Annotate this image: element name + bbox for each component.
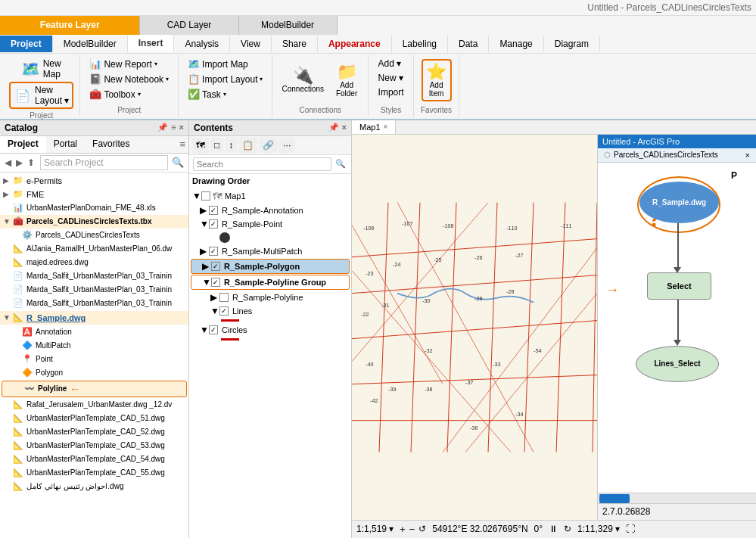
list-item[interactable]: ▶ ⚙️ Parcels_CADLinesCirclesTexts xyxy=(0,229,188,242)
contents-close-button[interactable]: × xyxy=(342,123,347,132)
catalog-close-button[interactable]: × xyxy=(179,123,184,132)
map1-checkbox[interactable] xyxy=(201,191,210,201)
tab-labeling[interactable]: Labeling xyxy=(392,36,448,52)
map-zoom-out-icon[interactable]: − xyxy=(409,524,415,535)
contents-pin-button[interactable]: 📌 xyxy=(328,123,339,132)
mb-tab-close[interactable]: × xyxy=(745,151,750,160)
tab-manage[interactable]: Manage xyxy=(489,36,543,52)
catalog-tab-project[interactable]: Project xyxy=(0,136,46,153)
tab-appearance[interactable]: Appearance xyxy=(318,36,392,52)
pause-icon[interactable]: ⏸ xyxy=(549,524,558,534)
list-item[interactable]: ▼ ✓ R_Sample-Point xyxy=(189,217,351,231)
list-item[interactable]: ▶ 📄 Marda_Salfit_UrbanMasterPlan_03_Trai… xyxy=(0,297,188,310)
map-pause-button[interactable]: ⏸ xyxy=(549,524,558,534)
multipatch-checkbox[interactable]: ✓ xyxy=(209,247,218,256)
list-item[interactable]: ▶ 📁 FME xyxy=(0,188,188,201)
list-item[interactable]: ▶ 📐 UrbanMasterPlanTemplate_CAD_55.dwg xyxy=(0,466,188,480)
list-item[interactable]: ▶ 📐 UrbanMasterPlanTemplate_CAD_51.dwg xyxy=(0,412,188,425)
map-tab-map1[interactable]: Map1 × xyxy=(352,120,396,134)
modelbuilder-context-tab[interactable]: ModelBuilder xyxy=(238,16,337,36)
catalog-back-button[interactable]: ◀ xyxy=(2,157,14,169)
new-style-button[interactable]: New ▾ xyxy=(375,71,407,85)
tab-modelbuilder[interactable]: ModelBuilder xyxy=(53,36,128,52)
cad-layer-tab[interactable]: CAD Layer xyxy=(139,16,238,36)
add-item-button[interactable]: ⭐ AddItem xyxy=(422,59,452,101)
list-by-source-button[interactable]: 📋 xyxy=(238,138,257,153)
catalog-pin-button[interactable]: 📌 xyxy=(157,123,168,132)
more-options-button[interactable]: ··· xyxy=(279,138,294,153)
contents-search-input[interactable] xyxy=(193,157,331,171)
map-refresh-button[interactable]: ↻ xyxy=(564,524,571,534)
list-item[interactable]: ▶ ✓ R_Sample-Annotation xyxy=(189,204,351,217)
map-canvas[interactable]: -106 -107 -108 -110 -111 -23 -24 -25 -26… xyxy=(352,135,597,520)
import-layout-button[interactable]: 📋 Import Layout ▾ xyxy=(185,72,266,86)
filter-by-map-button[interactable]: 🗺 xyxy=(192,138,209,153)
new-report-button[interactable]: 📊 New Report ▾ xyxy=(86,57,172,71)
list-item[interactable]: ▶ 〰️ Polyline ← xyxy=(2,381,187,397)
map-rotate-icon[interactable]: ↺ xyxy=(418,524,426,534)
list-item[interactable]: ▶ 📄 Marda_Salfit_UrbanMasterPlan_03_Trai… xyxy=(0,269,188,283)
catalog-forward-button[interactable]: ▶ xyxy=(14,157,25,169)
tab-project[interactable]: Project xyxy=(0,36,53,52)
polygon-checkbox[interactable]: ✓ xyxy=(211,262,220,271)
list-item[interactable]: ▶ 📐 UrbanMasterPlanTemplate_CAD_54.dwg xyxy=(0,452,188,466)
list-item[interactable]: ▶ 📍 Point xyxy=(0,353,188,366)
list-item[interactable]: ▶ 🅰️ Annotation xyxy=(0,325,188,339)
map-zoom-extent-button[interactable]: ⛶ xyxy=(626,524,635,534)
list-item[interactable]: ▶ 📐 UrbanMasterPlanTemplate_CAD_53.dwg xyxy=(0,439,188,452)
mb-tab[interactable]: ⬡ Parcels_CADLinesCirclesTexts × xyxy=(598,148,756,163)
catalog-list-icon[interactable]: ≡ xyxy=(179,138,185,150)
new-layout-button[interactable]: 📄 NewLayout ▾ xyxy=(9,82,73,109)
list-item[interactable]: ▶ 📁 e-Permits xyxy=(0,174,188,188)
map-nav-controls[interactable]: + − ↺ xyxy=(400,524,426,535)
refresh-icon[interactable]: ↻ xyxy=(564,524,571,534)
list-item[interactable]: ▶ R_Sample-Polyline xyxy=(189,291,351,304)
drawing-order-button[interactable]: ↕ xyxy=(225,138,237,153)
task-button[interactable]: ✅ Task ▾ xyxy=(185,87,266,101)
tab-data[interactable]: Data xyxy=(448,36,489,52)
list-item[interactable]: ▶ 📐 majed.edrees.dwg xyxy=(0,256,188,269)
connections-button[interactable]: 🔌 Connections xyxy=(278,65,327,95)
list-item[interactable] xyxy=(189,231,351,244)
filter-by-selection-button[interactable]: □ xyxy=(210,138,223,153)
point-checkbox[interactable]: ✓ xyxy=(209,219,218,229)
catalog-up-button[interactable]: ⬆ xyxy=(25,157,37,169)
new-notebook-button[interactable]: 📓 New Notebook ▾ xyxy=(86,72,172,86)
catalog-tab-portal[interactable]: Portal xyxy=(46,136,85,153)
list-item[interactable]: ▶ 📊 UrbanMasterPlanDomain_FME_48.xls xyxy=(0,201,188,215)
list-item[interactable]: ▼ 🗺 Map1 xyxy=(189,189,351,204)
catalog-menu-button[interactable]: ≡ xyxy=(171,123,176,132)
tab-analysis[interactable]: Analysis xyxy=(174,36,230,52)
annotation-checkbox[interactable]: ✓ xyxy=(209,206,218,215)
list-item[interactable]: ▶ ✓ R_Sample-Polygon xyxy=(191,259,350,274)
catalog-path-input[interactable]: Search Project xyxy=(40,155,168,170)
mb-input-node[interactable]: R_Sample.dwg xyxy=(639,182,719,223)
list-item[interactable]: ▶ 📐 UrbanMasterPlanTemplate_CAD_52.dwg xyxy=(0,425,188,439)
list-item[interactable]: ▶ 📐 AlJania_RamallH_UrbanMasterPlan_06.d… xyxy=(0,242,188,256)
import-style-button[interactable]: Import xyxy=(375,86,407,99)
mb-canvas[interactable]: ? P R_Sample.dwg xyxy=(598,163,756,493)
list-item[interactable]: ▼ 📐 R_Sample.dwg xyxy=(0,311,188,325)
list-item[interactable]: ▼ ✓ R_Sample-Polyline Group xyxy=(191,275,350,290)
add-folder-button[interactable]: 📁 AddFolder xyxy=(331,61,362,99)
map-zoom-in-icon[interactable]: + xyxy=(400,524,406,535)
map-scale-item[interactable]: 1:1,519 ▾ xyxy=(356,524,394,534)
contents-search-icon[interactable]: 🔍 xyxy=(334,157,347,170)
new-map-button[interactable]: 🗺️ NewMap xyxy=(19,57,64,81)
map-scale2-item[interactable]: 1:11,329 ▾ xyxy=(577,524,620,534)
mb-scrollbar-thumb[interactable] xyxy=(599,494,630,503)
polyline-checkbox[interactable] xyxy=(219,293,229,302)
list-item[interactable]: ▼ 🧰 Parcels_CADLinesCirclesTexts.tbx xyxy=(0,215,188,229)
mb-output-node[interactable]: Lines_Select xyxy=(636,346,719,382)
polylinegroup-checkbox[interactable]: ✓ xyxy=(211,278,220,287)
tab-diagram[interactable]: Diagram xyxy=(544,36,600,52)
lines-checkbox[interactable]: ✓ xyxy=(219,306,229,316)
list-item[interactable]: ▶ 📄 Marda_Salfit_UrbanMasterPlan_03_Trai… xyxy=(0,283,188,297)
tab-share[interactable]: Share xyxy=(272,36,318,52)
mb-scrollbar[interactable] xyxy=(598,493,756,503)
list-item[interactable]: ▶ 🔷 MultiPatch xyxy=(0,339,188,353)
feature-layer-tab[interactable]: Feature Layer xyxy=(0,16,139,36)
extent-icon[interactable]: ⛶ xyxy=(626,524,635,534)
list-item[interactable]: ▼ ✓ Lines xyxy=(189,304,351,318)
import-map-button[interactable]: 🗺️ Import Map xyxy=(185,57,266,71)
